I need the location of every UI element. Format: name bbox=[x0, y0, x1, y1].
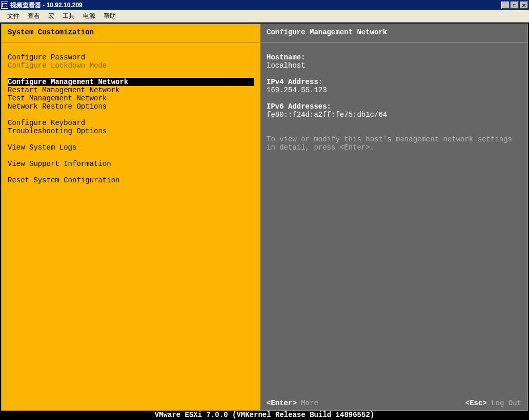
menu-tools[interactable]: 工具 bbox=[59, 11, 78, 22]
ipv6-label: IPv6 Addresses: bbox=[267, 102, 521, 111]
status-bar: VMware ESXi 7.0.0 (VMKernel Release Buil… bbox=[1, 411, 528, 419]
menu-macro[interactable]: 宏 bbox=[45, 11, 57, 22]
console-area: System Customization Configure Password … bbox=[0, 23, 529, 420]
menu-power[interactable]: 电源 bbox=[80, 11, 98, 22]
footer-bar: <Enter> More <Esc> Log Out bbox=[260, 396, 527, 410]
enter-key: <Enter> bbox=[267, 399, 297, 407]
menu-item-test-management-network[interactable]: Test Management Network bbox=[8, 94, 254, 102]
right-panel-title: Configure Management Network bbox=[260, 24, 527, 40]
left-panel: System Customization Configure Password … bbox=[2, 24, 260, 410]
menu-item-network-restore-options[interactable]: Network Restore Options bbox=[8, 102, 254, 111]
divider bbox=[2, 43, 260, 43]
spacer bbox=[8, 135, 254, 143]
menu-view[interactable]: 查看 bbox=[25, 11, 43, 22]
esc-key: <Esc> bbox=[465, 399, 487, 407]
spacer bbox=[8, 70, 254, 78]
menu-item-view-support-information[interactable]: View Support Information bbox=[8, 160, 254, 168]
window-controls: _ □ ✕ bbox=[501, 2, 528, 9]
menubar: 文件 查看 宏 工具 电源 帮助 bbox=[0, 10, 529, 23]
hostname-label: Hostname: bbox=[267, 53, 521, 61]
menu-item-configure-keyboard[interactable]: Configure Keyboard bbox=[8, 119, 254, 127]
detail-content: Hostname: localhost IPv4 Address: 169.25… bbox=[260, 43, 527, 396]
menu-item-restart-management-network[interactable]: Restart Management Network bbox=[8, 86, 254, 94]
left-panel-title: System Customization bbox=[2, 24, 260, 40]
window-title: 视频查看器 - 10.92.10.209 bbox=[10, 1, 501, 10]
menu-item-configure-management-network[interactable]: Configure Management Network bbox=[8, 78, 254, 86]
hostname-value: localhost bbox=[267, 61, 521, 70]
menu-item-configure-password[interactable]: Configure Password bbox=[8, 53, 254, 61]
menu-item-reset-system-configuration[interactable]: Reset System Configuration bbox=[8, 176, 254, 184]
menu-item-configure-lockdown: Configure Lockdown Mode bbox=[8, 61, 254, 70]
menu-item-view-system-logs[interactable]: View System Logs bbox=[8, 143, 254, 152]
menu-item-troubleshooting-options[interactable]: Troubleshooting Options bbox=[8, 127, 254, 135]
right-panel: Configure Management Network Hostname: l… bbox=[260, 24, 527, 410]
window-titlebar: 视频查看器 - 10.92.10.209 _ □ ✕ bbox=[0, 0, 529, 10]
detail-hint: To view or modify this host's management… bbox=[267, 135, 521, 152]
enter-action: More bbox=[301, 399, 318, 407]
esc-action: Log Out bbox=[491, 399, 521, 407]
ipv4-value: 169.254.55.123 bbox=[267, 86, 521, 94]
footer-enter: <Enter> More bbox=[267, 399, 318, 407]
footer-esc: <Esc> Log Out bbox=[465, 399, 521, 407]
app-icon bbox=[1, 2, 8, 9]
minimize-button[interactable]: _ bbox=[501, 2, 510, 9]
menu-help[interactable]: 帮助 bbox=[100, 11, 119, 22]
maximize-button[interactable]: □ bbox=[511, 2, 519, 9]
ipv6-value: fe80::f24d:a2ff:fe75:db1c/64 bbox=[267, 111, 521, 119]
spacer bbox=[8, 168, 254, 176]
customization-menu: Configure Password Configure Lockdown Mo… bbox=[2, 43, 260, 191]
spacer bbox=[8, 111, 254, 119]
menu-file[interactable]: 文件 bbox=[4, 11, 23, 22]
spacer bbox=[8, 152, 254, 160]
close-button[interactable]: ✕ bbox=[520, 2, 528, 9]
ipv4-label: IPv4 Address: bbox=[267, 78, 521, 86]
